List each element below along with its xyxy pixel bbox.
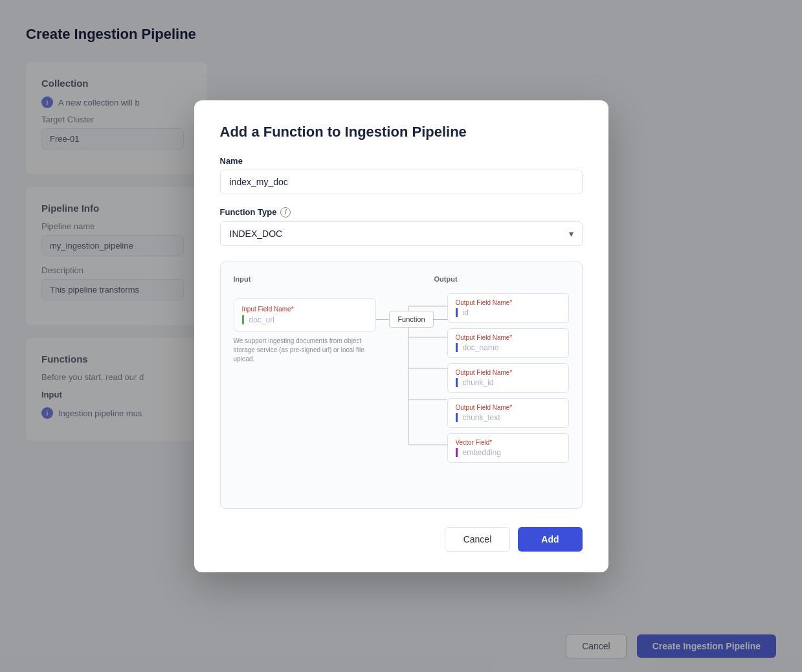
input-field-value: doc_url bbox=[242, 315, 368, 324]
vector-field-label: Vector Field* bbox=[456, 439, 561, 446]
function-type-label-row: Function Type i bbox=[220, 207, 583, 218]
input-field-box: Input Field Name* doc_url bbox=[234, 298, 376, 331]
function-button[interactable]: Function bbox=[389, 311, 433, 328]
input-col-label: Input bbox=[234, 275, 363, 283]
add-button[interactable]: Add bbox=[518, 527, 582, 552]
modal-footer: Cancel Add bbox=[220, 527, 583, 552]
output-field-chunk-text: Output Field Name* chunk_text bbox=[447, 398, 569, 428]
output-field-chunk-id-label: Output Field Name* bbox=[456, 369, 561, 376]
modal-title: Add a Function to Ingestion Pipeline bbox=[220, 124, 583, 140]
output-field-id-label: Output Field Name* bbox=[456, 299, 561, 306]
name-input[interactable] bbox=[220, 170, 583, 194]
output-col-label: Output bbox=[434, 275, 458, 283]
output-field-id-value: id bbox=[456, 308, 561, 317]
name-label: Name bbox=[220, 156, 583, 166]
output-field-chunk-text-value: chunk_text bbox=[456, 413, 561, 422]
input-help-text: We support ingesting documents from obje… bbox=[234, 337, 376, 364]
diagram-wrapper: Input Output Input Field Name* doc_url W bbox=[234, 275, 569, 495]
output-field-doc-name-value: doc_name bbox=[456, 343, 561, 352]
output-field-chunk-id-value: chunk_id bbox=[456, 378, 561, 387]
function-type-label: Function Type bbox=[220, 207, 277, 217]
output-column: Output Field Name* id Output Field Name*… bbox=[447, 293, 569, 468]
diagram-area: Input Output Input Field Name* doc_url W bbox=[220, 262, 583, 509]
output-field-doc-name: Output Field Name* doc_name bbox=[447, 328, 569, 358]
output-field-chunk-id: Output Field Name* chunk_id bbox=[447, 363, 569, 393]
cancel-button[interactable]: Cancel bbox=[445, 527, 511, 552]
vector-field-value: embedding bbox=[456, 448, 561, 457]
input-column: Input Field Name* doc_url We support ing… bbox=[234, 293, 376, 364]
function-type-info-icon: i bbox=[280, 207, 291, 218]
connector-area: Function bbox=[376, 293, 447, 332]
input-field-label: Input Field Name* bbox=[242, 306, 368, 313]
function-type-select-wrapper: INDEX_DOC CHUNK_TEXT VECTORIZE FILTER ▾ bbox=[220, 221, 583, 246]
output-field-doc-name-label: Output Field Name* bbox=[456, 334, 561, 341]
modal: Add a Function to Ingestion Pipeline Nam… bbox=[194, 100, 608, 572]
output-field-id: Output Field Name* id bbox=[447, 293, 569, 323]
modal-overlay: Add a Function to Ingestion Pipeline Nam… bbox=[0, 0, 802, 672]
function-type-select[interactable]: INDEX_DOC CHUNK_TEXT VECTORIZE FILTER bbox=[220, 221, 583, 246]
vector-field-embedding: Vector Field* embedding bbox=[447, 433, 569, 463]
output-field-chunk-text-label: Output Field Name* bbox=[456, 404, 561, 411]
